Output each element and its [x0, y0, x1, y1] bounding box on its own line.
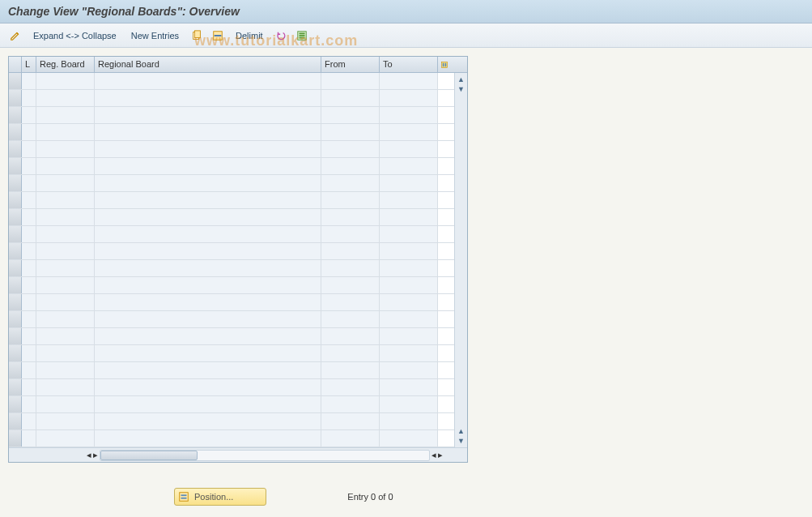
scroll-left-icon[interactable]: ▸: [93, 450, 98, 460]
row-selector[interactable]: [9, 277, 22, 293]
cell-to[interactable]: [380, 396, 438, 412]
cell-from[interactable]: [321, 413, 380, 429]
cell-regboard[interactable]: [36, 209, 95, 225]
cell-from[interactable]: [321, 396, 380, 412]
cell-from[interactable]: [321, 107, 380, 123]
cell-from[interactable]: [321, 362, 380, 378]
cell-regionalboard[interactable]: [95, 141, 321, 157]
cell-l[interactable]: [22, 328, 36, 344]
cell-regboard[interactable]: [36, 226, 95, 242]
expand-collapse-button[interactable]: Expand <-> Collapse: [28, 28, 122, 44]
scroll-up-icon[interactable]: ▲: [457, 75, 466, 84]
table-row[interactable]: [9, 141, 454, 158]
col-to-header[interactable]: To: [380, 57, 438, 72]
table-row[interactable]: [9, 107, 454, 124]
cell-regboard[interactable]: [36, 396, 95, 412]
row-selector[interactable]: [9, 73, 22, 89]
cell-regionalboard[interactable]: [95, 90, 321, 106]
row-selector[interactable]: [9, 260, 22, 276]
cell-to[interactable]: [380, 413, 438, 429]
row-selector[interactable]: [9, 413, 22, 429]
cell-l[interactable]: [22, 175, 36, 191]
row-selector[interactable]: [9, 192, 22, 208]
cell-from[interactable]: [321, 311, 380, 327]
table-row[interactable]: [9, 90, 454, 107]
select-all-icon[interactable]: [293, 28, 311, 44]
row-selector[interactable]: [9, 158, 22, 174]
row-selector[interactable]: [9, 141, 22, 157]
cell-l[interactable]: [22, 158, 36, 174]
cell-regboard[interactable]: [36, 243, 95, 259]
cell-l[interactable]: [22, 243, 36, 259]
cell-l[interactable]: [22, 209, 36, 225]
cell-to[interactable]: [380, 107, 438, 123]
position-button[interactable]: Position...: [174, 488, 266, 506]
cell-to[interactable]: [380, 175, 438, 191]
cell-regboard[interactable]: [36, 175, 95, 191]
cell-to[interactable]: [380, 328, 438, 344]
scroll-right-icon[interactable]: ◂: [432, 450, 436, 460]
cell-regionalboard[interactable]: [95, 260, 321, 276]
cell-l[interactable]: [22, 294, 36, 310]
cell-regionalboard[interactable]: [95, 73, 321, 89]
cell-l[interactable]: [22, 226, 36, 242]
cell-l[interactable]: [22, 124, 36, 140]
cell-to[interactable]: [380, 311, 438, 327]
cell-regboard[interactable]: [36, 413, 95, 429]
table-row[interactable]: [9, 124, 454, 141]
col-regionalboard-header[interactable]: Regional Board: [95, 57, 321, 72]
cell-regboard[interactable]: [36, 107, 95, 123]
delimit-button[interactable]: Delimit: [230, 28, 269, 44]
cell-to[interactable]: [380, 226, 438, 242]
cell-regboard[interactable]: [36, 277, 95, 293]
table-row[interactable]: [9, 209, 454, 226]
cell-l[interactable]: [22, 362, 36, 378]
cell-regionalboard[interactable]: [95, 328, 321, 344]
row-selector[interactable]: [9, 243, 22, 259]
row-selector[interactable]: [9, 311, 22, 327]
cell-regionalboard[interactable]: [95, 209, 321, 225]
cell-to[interactable]: [380, 294, 438, 310]
cell-from[interactable]: [321, 192, 380, 208]
cell-regionalboard[interactable]: [95, 192, 321, 208]
copy-icon[interactable]: [188, 28, 206, 44]
table-row[interactable]: [9, 345, 454, 362]
col-regboard-header[interactable]: Reg. Board: [36, 57, 95, 72]
cell-from[interactable]: [321, 345, 380, 361]
cell-regboard[interactable]: [36, 192, 95, 208]
row-selector[interactable]: [9, 345, 22, 361]
cell-l[interactable]: [22, 430, 36, 446]
cell-to[interactable]: [380, 141, 438, 157]
cell-regboard[interactable]: [36, 90, 95, 106]
row-selector[interactable]: [9, 226, 22, 242]
cell-to[interactable]: [380, 158, 438, 174]
cell-from[interactable]: [321, 277, 380, 293]
table-row[interactable]: [9, 413, 454, 430]
cell-l[interactable]: [22, 379, 36, 395]
table-row[interactable]: [9, 379, 454, 396]
cell-l[interactable]: [22, 192, 36, 208]
cell-regionalboard[interactable]: [95, 311, 321, 327]
row-selector[interactable]: [9, 362, 22, 378]
toggle-edit-icon[interactable]: [6, 28, 24, 44]
cell-l[interactable]: [22, 311, 36, 327]
table-row[interactable]: [9, 328, 454, 345]
cell-l[interactable]: [22, 73, 36, 89]
cell-to[interactable]: [380, 124, 438, 140]
vertical-scrollbar[interactable]: ▲ ▼ ▲ ▼: [454, 73, 467, 447]
hscroll-track[interactable]: [100, 450, 430, 461]
cell-regboard[interactable]: [36, 362, 95, 378]
table-row[interactable]: [9, 226, 454, 243]
cell-from[interactable]: [321, 226, 380, 242]
cell-to[interactable]: [380, 192, 438, 208]
new-entries-button[interactable]: New Entries: [125, 28, 185, 44]
row-selector[interactable]: [9, 175, 22, 191]
horizontal-scrollbar[interactable]: ◂ ▸ ◂ ▸: [9, 447, 467, 462]
cell-regboard[interactable]: [36, 73, 95, 89]
row-selector[interactable]: [9, 124, 22, 140]
row-selector[interactable]: [9, 107, 22, 123]
cell-to[interactable]: [380, 260, 438, 276]
cell-regionalboard[interactable]: [95, 158, 321, 174]
table-row[interactable]: [9, 243, 454, 260]
cell-l[interactable]: [22, 260, 36, 276]
